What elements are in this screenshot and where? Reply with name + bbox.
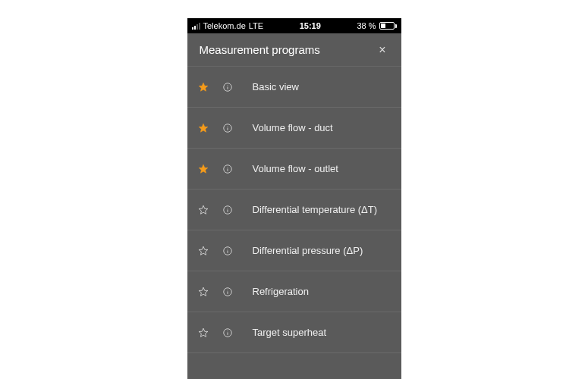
info-icon[interactable] bbox=[221, 287, 234, 297]
page-title: Measurement programs bbox=[200, 43, 320, 56]
svg-point-19 bbox=[227, 249, 228, 249]
list-item[interactable]: Basic view bbox=[187, 67, 401, 108]
header: Measurement programs × bbox=[187, 33, 401, 67]
star-icon[interactable] bbox=[197, 327, 210, 338]
item-label: Volume flow - outlet bbox=[245, 163, 392, 174]
clock: 15:19 bbox=[300, 21, 321, 30]
list-item[interactable]: Volume flow - outlet bbox=[187, 149, 401, 190]
item-label: Volume flow - duct bbox=[245, 122, 392, 133]
star-icon[interactable] bbox=[197, 205, 210, 215]
status-left: Telekom.de LTE bbox=[192, 21, 264, 30]
info-icon[interactable] bbox=[221, 246, 234, 256]
svg-marker-8 bbox=[199, 164, 208, 173]
star-icon[interactable] bbox=[197, 164, 210, 174]
item-label: Refrigeration bbox=[245, 286, 392, 297]
svg-marker-16 bbox=[199, 246, 208, 255]
info-icon[interactable] bbox=[221, 82, 234, 92]
svg-marker-4 bbox=[199, 124, 208, 132]
item-label: Differential pressure (ΔP) bbox=[245, 245, 392, 256]
item-label: Target superheat bbox=[245, 327, 392, 338]
close-icon[interactable]: × bbox=[376, 40, 388, 60]
list-item[interactable]: Differential pressure (ΔP) bbox=[187, 230, 401, 271]
network-label: LTE bbox=[249, 21, 263, 30]
list-item[interactable]: Differential temperature (ΔT) bbox=[187, 190, 401, 230]
info-icon[interactable] bbox=[221, 205, 234, 215]
status-bar: Telekom.de LTE 15:19 38 % bbox=[187, 18, 401, 33]
star-icon[interactable] bbox=[197, 287, 210, 297]
svg-point-23 bbox=[227, 290, 228, 290]
signal-icon bbox=[192, 22, 200, 30]
phone-screen: Telekom.de LTE 15:19 38 % Measurement pr… bbox=[187, 18, 401, 379]
svg-marker-24 bbox=[199, 328, 208, 337]
svg-point-11 bbox=[227, 167, 228, 168]
info-icon[interactable] bbox=[221, 123, 234, 133]
status-right: 38 % bbox=[357, 21, 396, 30]
svg-point-7 bbox=[227, 126, 228, 127]
svg-point-27 bbox=[227, 330, 228, 331]
battery-percent: 38 % bbox=[357, 21, 376, 30]
list-item[interactable]: Volume flow - duct bbox=[187, 108, 401, 149]
carrier-label: Telekom.de bbox=[203, 21, 246, 30]
info-icon[interactable] bbox=[221, 327, 234, 338]
program-list: Basic view Volume flow - duct Volume flo… bbox=[187, 67, 401, 353]
star-icon[interactable] bbox=[197, 246, 210, 256]
star-icon[interactable] bbox=[197, 82, 210, 92]
svg-marker-20 bbox=[199, 287, 208, 296]
svg-marker-0 bbox=[199, 83, 208, 91]
info-icon[interactable] bbox=[221, 164, 234, 174]
svg-marker-12 bbox=[199, 205, 208, 214]
item-label: Differential temperature (ΔT) bbox=[245, 204, 392, 215]
svg-point-15 bbox=[227, 208, 228, 208]
list-item[interactable]: Refrigeration bbox=[187, 271, 401, 312]
star-icon[interactable] bbox=[197, 123, 210, 133]
list-item[interactable]: Target superheat bbox=[187, 312, 401, 353]
svg-point-3 bbox=[227, 85, 228, 86]
battery-icon bbox=[379, 22, 397, 30]
item-label: Basic view bbox=[245, 81, 392, 92]
